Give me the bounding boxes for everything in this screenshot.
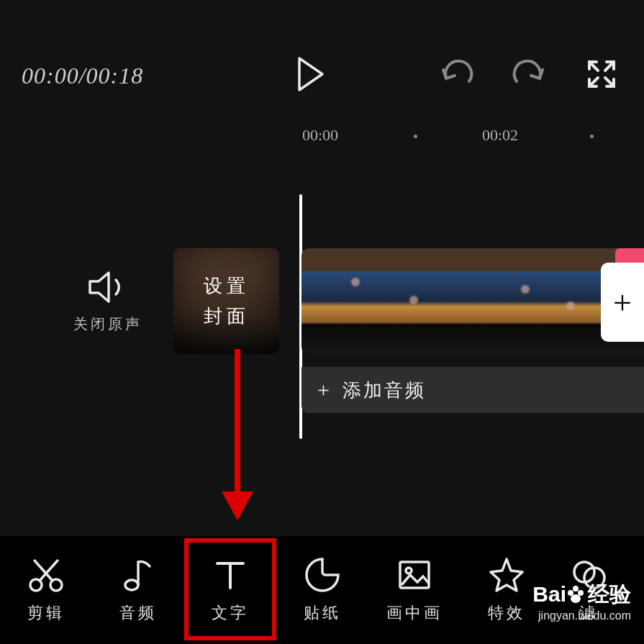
ruler-dot	[590, 135, 594, 138]
tool-audio[interactable]: 音频	[92, 536, 184, 644]
tool-label: 文字	[212, 602, 249, 624]
undo-button[interactable]	[439, 60, 475, 91]
tool-pip[interactable]: 画中画	[368, 536, 461, 644]
bottom-toolbar: 剪辑 音频 文字 贴纸	[0, 536, 644, 644]
music-note-icon	[119, 556, 157, 594]
video-clip-track[interactable]	[301, 248, 644, 354]
svg-rect-9	[400, 562, 429, 588]
tool-sticker[interactable]: 贴纸	[276, 536, 368, 644]
tool-label: 剪辑	[27, 602, 65, 624]
clip-frame[interactable]	[384, 248, 467, 354]
picture-in-picture-icon	[396, 556, 433, 594]
clip-frame[interactable]	[301, 248, 384, 354]
tool-label: 滤	[579, 602, 598, 624]
add-clip-button[interactable]: +	[601, 263, 644, 342]
add-audio-label: 添加音频	[343, 378, 426, 403]
fullscreen-icon	[586, 59, 617, 89]
clip-end-marker	[615, 248, 644, 263]
redo-button[interactable]	[511, 60, 547, 91]
tool-filter[interactable]: 滤	[553, 536, 625, 644]
annotation-arrow	[209, 342, 266, 522]
ruler-time-1: 00:00	[302, 126, 338, 145]
text-icon	[212, 556, 249, 594]
add-audio-button[interactable]: + 添加音频	[301, 367, 644, 413]
time-display: 00:00/00:18	[22, 63, 143, 89]
scissors-icon	[27, 556, 65, 594]
svg-marker-1	[222, 491, 253, 520]
tool-label: 画中画	[386, 602, 443, 624]
tool-label: 音频	[119, 602, 157, 624]
set-cover-button[interactable]: 设置 封面	[173, 248, 279, 354]
video-editor-app: 00:00/00:18	[0, 0, 644, 644]
tool-label: 特效	[488, 602, 525, 624]
tool-effect[interactable]: 特效	[461, 536, 553, 644]
tool-cut[interactable]: 剪辑	[0, 536, 92, 644]
play-icon	[295, 55, 327, 93]
tool-label: 贴纸	[304, 602, 341, 624]
filter-icon	[570, 556, 607, 594]
plus-icon: +	[613, 284, 632, 322]
fullscreen-button[interactable]	[586, 59, 617, 92]
top-bar: 00:00/00:18	[0, 43, 644, 108]
undo-icon	[439, 60, 475, 89]
clip-frame[interactable]	[467, 248, 550, 354]
timeline-ruler[interactable]: 00:00 00:02	[0, 126, 644, 155]
star-icon	[488, 556, 525, 594]
svg-point-10	[406, 568, 412, 573]
speaker-icon	[87, 270, 129, 304]
mute-label: 关闭原声	[72, 314, 144, 334]
redo-icon	[511, 60, 547, 89]
cover-label: 设置 封面	[204, 271, 250, 331]
play-button[interactable]	[295, 55, 327, 96]
ruler-time-2: 00:02	[482, 126, 518, 145]
tool-text[interactable]: 文字	[184, 536, 276, 644]
svg-point-6	[125, 580, 138, 590]
mute-original-sound[interactable]: 关闭原声	[72, 270, 144, 334]
ruler-dot	[414, 135, 417, 138]
sticker-icon	[304, 556, 341, 594]
plus-icon: +	[317, 378, 330, 402]
